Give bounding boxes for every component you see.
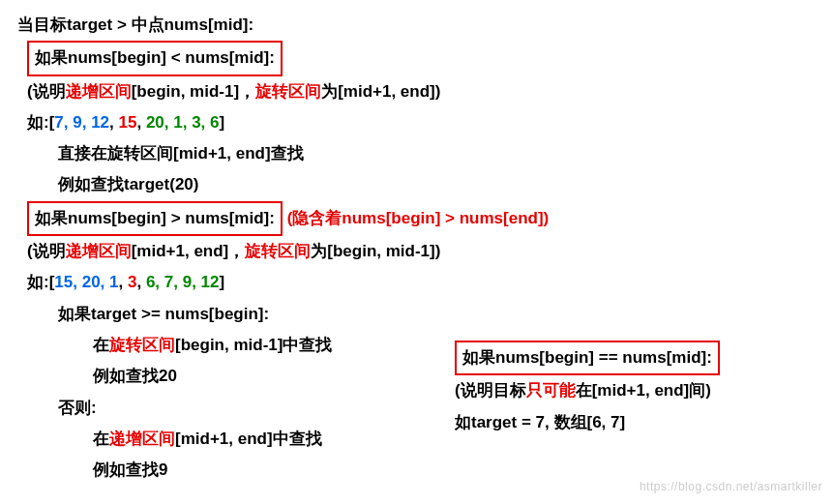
watermark: https://blog.csdn.net/asmartkiller bbox=[640, 476, 822, 498]
arr-seg-green: 6, 7, 9, 12 bbox=[146, 273, 220, 291]
box-begin-gt-mid: 如果nums[begin] > nums[mid]: bbox=[27, 201, 283, 236]
txt-red: 递增区间 bbox=[66, 242, 132, 260]
arr-suffix: ] bbox=[220, 273, 225, 291]
box-begin-lt-mid: 如果nums[begin] < nums[mid]: bbox=[27, 41, 283, 75]
txt-red: 旋转区间 bbox=[109, 336, 175, 354]
txt: [begin, mid-1]， bbox=[132, 82, 255, 101]
txt: (说明 bbox=[27, 82, 66, 101]
arr-comma: , bbox=[136, 113, 145, 132]
txt-red: ) bbox=[544, 209, 550, 227]
arr-seg-green: 20, 1, 3, 6 bbox=[146, 113, 220, 132]
txt-red: 旋转区间 bbox=[245, 242, 311, 260]
txt: 在 bbox=[93, 430, 109, 448]
arr-comma: , bbox=[109, 113, 118, 132]
case-begin-gt-mid: 如果nums[begin] > nums[mid]: (隐含着nums[begi… bbox=[17, 201, 817, 236]
txt-red: 旋转区间 bbox=[255, 82, 321, 101]
eq-explain: (说明目标只可能在[mid+1, end]间) bbox=[455, 375, 803, 406]
txt: (说明目标 bbox=[455, 381, 526, 400]
txt: 在 bbox=[93, 336, 109, 354]
case-begin-lt-mid: 如果nums[begin] < nums[mid]: bbox=[17, 41, 817, 75]
box-begin-eq-mid: 如果nums[begin] == nums[mid]: bbox=[455, 341, 720, 375]
array-example-1: 如:[7, 9, 12, 15, 20, 1, 3, 6] bbox=[17, 107, 817, 138]
arr-comma: , bbox=[119, 273, 128, 291]
arr-seg-red: 15 bbox=[119, 113, 137, 132]
txt-red: (隐含着 bbox=[287, 209, 343, 227]
arr-seg-red: 3 bbox=[128, 273, 136, 291]
txt: (说明 bbox=[27, 242, 66, 260]
line-when-target-gt-mid: 当目标target > 中点nums[mid]: bbox=[17, 10, 817, 41]
txt: 为[begin, mid-1]) bbox=[311, 242, 440, 260]
txt-red: 递增区间 bbox=[66, 82, 132, 101]
sub-example-20: 例如查找target(20) bbox=[17, 169, 817, 200]
if-target-ge-begin: 如果target >= nums[begin]: bbox=[17, 299, 817, 330]
txt: 为[mid+1, end]) bbox=[321, 82, 440, 101]
arr-prefix: 如:[ bbox=[27, 113, 54, 132]
arr-seg-blue: 15, 20, 1 bbox=[54, 273, 118, 291]
arr-seg-blue: 7, 9, 12 bbox=[54, 113, 109, 132]
case-begin-eq-mid-block: 如果nums[begin] == nums[mid]: (说明目标只可能在[mi… bbox=[455, 341, 803, 438]
arr-comma: , bbox=[136, 273, 145, 291]
txt: [mid+1, end]中查找 bbox=[175, 430, 322, 448]
txt: 在[mid+1, end]间) bbox=[576, 381, 711, 400]
explain-gt: (说明递增区间[mid+1, end]，旋转区间为[begin, mid-1]) bbox=[17, 236, 817, 267]
implies-paren: (隐含着nums[begin] > nums[end]) bbox=[287, 209, 550, 227]
arr-suffix: ] bbox=[220, 113, 225, 132]
arr-prefix: 如:[ bbox=[27, 273, 54, 291]
eq-example: 如target = 7, 数组[6, 7] bbox=[455, 407, 803, 438]
txt: [begin, mid-1]中查找 bbox=[175, 336, 332, 354]
txt: [mid+1, end]， bbox=[132, 242, 246, 260]
txt-red: 递增区间 bbox=[109, 430, 175, 448]
txt-red: 只可能 bbox=[526, 381, 576, 400]
explain-lt: (说明递增区间[begin, mid-1]，旋转区间为[mid+1, end]) bbox=[17, 76, 817, 107]
sub-search-rotated: 直接在旋转区间[mid+1, end]查找 bbox=[17, 138, 817, 169]
txt-red: nums[begin] > nums[end] bbox=[342, 209, 543, 227]
array-example-2: 如:[15, 20, 1, 3, 6, 7, 9, 12] bbox=[17, 267, 817, 298]
